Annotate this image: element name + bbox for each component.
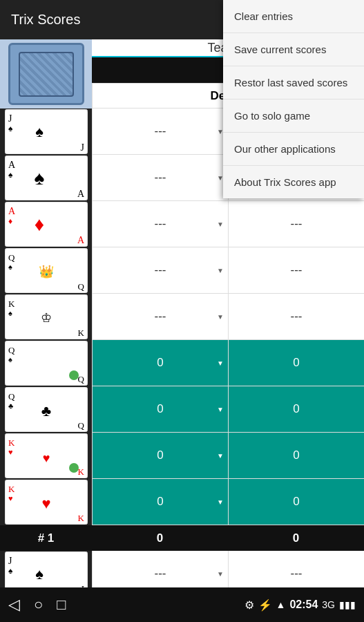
svg-text:Q: Q xyxy=(77,281,84,292)
dropdown-arrow: ▼ xyxy=(217,570,224,578)
recents-icon[interactable]: □ xyxy=(57,596,66,614)
svg-text:♠: ♠ xyxy=(8,124,13,133)
back-icon[interactable]: ◁ xyxy=(8,596,20,614)
r1-row8-score1[interactable]: 0 ▼ xyxy=(92,433,228,478)
round1-total-row: # 1 0 0 xyxy=(0,525,364,551)
dropdown-arrow: ▼ xyxy=(217,406,224,413)
svg-text:A: A xyxy=(77,189,84,199)
card-back-pattern xyxy=(19,52,74,97)
svg-text:♣: ♣ xyxy=(41,402,50,420)
svg-text:A: A xyxy=(77,235,84,245)
svg-text:J: J xyxy=(8,113,12,124)
top-bar: Trix Scores xyxy=(0,0,223,39)
round1-score1: 0 xyxy=(92,525,228,551)
svg-text:A: A xyxy=(8,206,16,216)
r1-row9-score1[interactable]: 0 ▼ xyxy=(92,479,228,525)
dropdown-arrow: ▼ xyxy=(217,220,224,228)
card-back-thumbnail xyxy=(0,39,92,109)
dropdown-arrow: ▼ xyxy=(217,313,224,321)
svg-text:♣: ♣ xyxy=(8,402,13,410)
svg-text:👑: 👑 xyxy=(39,264,55,279)
app-title: Trix Scores xyxy=(11,12,80,28)
status-bar: ◁ ○ □ ⚙ ⚡ ▲ 02:54 3G ▮▮▮ xyxy=(0,587,364,622)
card-queen-clubs-1: Q ♣ ♣ Q xyxy=(0,386,92,433)
menu-item-restore-scores[interactable]: Restor last saved scores xyxy=(223,66,364,100)
svg-rect-10 xyxy=(5,202,88,247)
r2-row1-score2[interactable]: --- xyxy=(228,551,364,587)
r1-row3-score1[interactable]: --- ▼ xyxy=(92,201,228,247)
card-ace-diamonds-1: A ♦ ♦ A xyxy=(0,201,92,247)
round1-row-7: Q ♣ ♣ Q 0 ▼ 0 xyxy=(0,386,364,433)
svg-text:♦: ♦ xyxy=(34,214,44,235)
nav-icons: ◁ ○ □ xyxy=(8,596,66,614)
round1-row-3: A ♦ ♦ A --- ▼ --- xyxy=(0,201,364,247)
round1-row-4: Q ♠ 👑 Q --- ▼ --- xyxy=(0,247,364,294)
svg-text:K: K xyxy=(77,513,84,523)
network-type: 3G xyxy=(322,599,335,610)
svg-text:J: J xyxy=(8,556,12,566)
card-jack-spades-1: J ♠ ♠ J xyxy=(0,109,92,155)
status-right: ⚙ ⚡ ▲ 02:54 3G ▮▮▮ xyxy=(245,599,356,612)
menu-item-solo-game[interactable]: Go to solo game xyxy=(223,100,364,133)
card-queen-spades-green-1: Q ♠ Q xyxy=(0,340,92,386)
svg-text:J: J xyxy=(80,142,84,153)
usb-icon: ⚡ xyxy=(258,599,272,612)
svg-text:Q: Q xyxy=(8,252,15,263)
svg-text:♠: ♠ xyxy=(8,309,12,317)
card-ace-spades-1: A ♠ ♠ A xyxy=(0,155,92,201)
svg-text:♥: ♥ xyxy=(41,495,50,512)
svg-text:K: K xyxy=(8,484,15,494)
round2-row-1: J ♠ ♠ J --- ▼ --- xyxy=(0,551,364,587)
r1-row7-score2[interactable]: 0 xyxy=(228,386,364,432)
r1-row4-score1[interactable]: --- ▼ xyxy=(92,247,228,293)
svg-text:♠: ♠ xyxy=(34,167,44,189)
svg-text:K: K xyxy=(77,466,84,477)
signal-icon: ▮▮▮ xyxy=(339,599,356,610)
svg-text:♠: ♠ xyxy=(35,565,44,583)
svg-text:♠: ♠ xyxy=(8,566,13,576)
r1-row6-score2[interactable]: 0 xyxy=(228,340,364,386)
r1-row3-score2[interactable]: --- xyxy=(228,201,364,247)
svg-text:A: A xyxy=(8,160,16,170)
svg-text:♠: ♠ xyxy=(8,263,12,271)
r1-row6-score1[interactable]: 0 ▼ xyxy=(92,340,228,386)
r1-row9-score2[interactable]: 0 xyxy=(228,479,364,525)
svg-text:Q: Q xyxy=(8,391,15,402)
menu-item-other-apps[interactable]: Our other applications xyxy=(223,133,364,166)
svg-text:♔: ♔ xyxy=(41,311,52,325)
card-king-hearts-1: K ♥ ♥ K xyxy=(0,479,92,525)
svg-text:♦: ♦ xyxy=(8,216,12,226)
svg-text:K: K xyxy=(77,328,84,338)
menu-item-clear-entries[interactable]: Clear entries xyxy=(223,0,364,33)
r1-row4-score2[interactable]: --- xyxy=(228,247,364,293)
dropdown-menu: Clear entries Save current scores Restor… xyxy=(223,0,364,198)
r1-row2-score1[interactable]: --- ▼ xyxy=(92,155,228,200)
card-king-spades-1: K ♠ ♔ K xyxy=(0,294,92,340)
menu-item-save-scores[interactable]: Save current scores xyxy=(223,33,364,66)
r2-row1-score1[interactable]: --- ▼ xyxy=(92,551,228,587)
dropdown-arrow: ▼ xyxy=(217,452,224,460)
svg-text:♠: ♠ xyxy=(8,355,12,364)
round1-score2: 0 xyxy=(228,525,364,551)
home-icon[interactable]: ○ xyxy=(34,596,43,614)
r1-row8-score2[interactable]: 0 xyxy=(228,433,364,478)
card-design xyxy=(8,43,84,105)
svg-text:♥: ♥ xyxy=(42,451,50,465)
round1-row-8: K ♥ ♥ K 0 ▼ 0 xyxy=(0,433,364,479)
svg-text:Q: Q xyxy=(77,420,84,431)
svg-text:Q: Q xyxy=(77,374,84,384)
svg-text:Q: Q xyxy=(8,345,15,355)
svg-rect-46 xyxy=(5,552,88,587)
r1-row5-score1[interactable]: --- ▼ xyxy=(92,294,228,339)
svg-text:K: K xyxy=(8,437,15,448)
dropdown-arrow: ▼ xyxy=(217,498,224,506)
svg-text:♥: ♥ xyxy=(8,448,13,456)
menu-item-about[interactable]: About Trix Scores app xyxy=(223,166,364,198)
time-display: 02:54 xyxy=(289,599,318,611)
r1-row5-score2[interactable]: --- xyxy=(228,294,364,339)
dropdown-arrow: ▼ xyxy=(217,359,224,367)
round1-label: # 1 xyxy=(0,525,92,551)
svg-text:♠: ♠ xyxy=(8,170,13,180)
r1-row1-score1[interactable]: --- ▼ xyxy=(92,109,228,154)
r1-row7-score1[interactable]: 0 ▼ xyxy=(92,386,228,432)
